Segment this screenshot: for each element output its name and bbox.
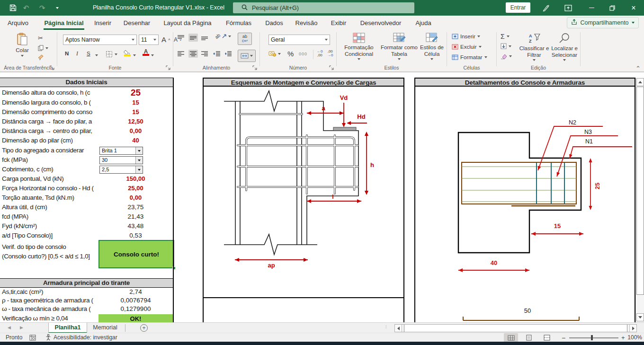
paste-button[interactable]: Colar: [11, 33, 33, 57]
align-left-icon[interactable]: [177, 51, 185, 57]
align-center-icon[interactable]: [188, 50, 198, 58]
view-page-layout-icon[interactable]: [522, 333, 536, 342]
ribbon-display-options-icon[interactable]: [558, 0, 579, 16]
find-select-button[interactable]: Localizar e Selecionar: [550, 33, 579, 61]
save-icon[interactable]: [7, 0, 19, 16]
borders-button[interactable]: [106, 51, 117, 58]
tab-desenvolvedor[interactable]: Desenvolvedor: [357, 18, 404, 28]
tab-exibir[interactable]: Exibir: [328, 18, 349, 28]
verif-ok-cell[interactable]: OK!: [98, 314, 173, 322]
section-header-armadura[interactable]: Armadura principal do tirante: [0, 278, 173, 288]
clear-button[interactable]: [501, 53, 512, 59]
cell-value[interactable]: 25,00: [98, 184, 173, 193]
ink-pen-icon[interactable]: [536, 0, 556, 16]
tab-inserir[interactable]: Inserir: [92, 18, 114, 28]
number-format-combo[interactable]: Geral: [268, 35, 330, 45]
chevron-down-icon[interactable]: [133, 54, 136, 56]
percent-style-button[interactable]: %: [287, 50, 294, 58]
cell-value[interactable]: 0,00: [98, 126, 173, 136]
zoom-out-button[interactable]: −: [562, 334, 565, 342]
sign-in-button[interactable]: Entrar: [506, 2, 530, 13]
verif-result-cell[interactable]: Consolo curto!: [98, 240, 174, 268]
tab-arquivo[interactable]: Arquivo: [7, 18, 29, 28]
copy-button[interactable]: [38, 45, 48, 51]
restore-button[interactable]: [602, 0, 623, 16]
align-bottom-icon[interactable]: [201, 35, 208, 41]
share-button[interactable]: Compartilhamento: [567, 17, 639, 28]
sheet-nav-next-icon[interactable]: ▶: [20, 325, 23, 330]
tab-formulas[interactable]: Fórmulas: [224, 18, 254, 28]
increase-font-button[interactable]: A˄: [161, 35, 170, 44]
increase-indent-icon[interactable]: [224, 51, 232, 57]
cell-value[interactable]: 150,00: [98, 174, 173, 184]
sheet-tab-planilha1[interactable]: Planilha1: [48, 323, 87, 333]
scrollbar-thumb[interactable]: [636, 87, 644, 295]
dropdown-arrow-icon[interactable]: [135, 157, 143, 164]
zoom-slider-track[interactable]: [569, 337, 618, 338]
autosum-button[interactable]: Σ: [501, 33, 510, 40]
tab-ajuda[interactable]: Ajuda: [413, 18, 434, 28]
scroll-down-icon[interactable]: [636, 313, 644, 321]
comma-style-button[interactable]: 000: [299, 52, 307, 56]
customize-quick-access-icon[interactable]: [52, 0, 63, 16]
new-sheet-icon[interactable]: +: [140, 324, 148, 332]
chevron-down-icon[interactable]: [95, 54, 98, 56]
format-cells-button[interactable]: Formatar: [452, 54, 487, 60]
zoom-level[interactable]: 100%: [627, 334, 642, 341]
font-size-combo[interactable]: 11: [139, 35, 159, 45]
orientation-button[interactable]: ab: [215, 34, 231, 39]
search-bar[interactable]: [233, 2, 414, 13]
tab-pagina-inicial[interactable]: Página Inicial: [41, 18, 87, 28]
font-color-button[interactable]: A: [143, 49, 149, 56]
align-top-icon[interactable]: [177, 35, 185, 41]
scroll-left-icon[interactable]: [395, 325, 402, 332]
cell-value[interactable]: 2,74: [98, 288, 173, 296]
vertical-scrollbar[interactable]: [635, 78, 644, 322]
zoom-in-button[interactable]: +: [621, 334, 625, 341]
cell-value[interactable]: 15: [98, 107, 173, 117]
scrollbar-thumb[interactable]: [404, 325, 627, 332]
cell-value[interactable]: 25: [98, 87, 173, 98]
zoom-slider-thumb[interactable]: [591, 335, 593, 340]
search-input[interactable]: [252, 5, 394, 11]
view-page-break-icon[interactable]: [540, 333, 554, 342]
delete-cells-button[interactable]: Excluir: [452, 44, 482, 50]
cell-value[interactable]: 0,0076794: [98, 296, 173, 305]
format-as-table-button[interactable]: Formatar como Tabela: [380, 33, 418, 60]
cell-value[interactable]: 0,00: [98, 193, 173, 203]
scroll-right-icon[interactable]: [629, 325, 636, 332]
conditional-formatting-button[interactable]: Formatação Condicional: [339, 33, 379, 60]
cell-value[interactable]: 15: [98, 98, 173, 107]
bold-button[interactable]: N: [65, 51, 69, 56]
align-middle-icon[interactable]: [188, 34, 198, 42]
decrease-indent-icon[interactable]: [213, 51, 221, 57]
sort-filter-button[interactable]: AZ Classificar e Filtrar: [519, 33, 550, 61]
chevron-down-icon[interactable]: [151, 54, 154, 56]
view-normal-icon[interactable]: [504, 333, 518, 342]
fill-color-button[interactable]: [124, 50, 131, 56]
accounting-format-button[interactable]: [268, 51, 281, 57]
dropdown-arrow-icon[interactable]: [135, 147, 143, 154]
aggregate-dropdown[interactable]: Brita 1: [99, 147, 143, 155]
decrease-decimal-button[interactable]: ,00→0: [327, 50, 333, 57]
cell-value[interactable]: 40: [98, 136, 173, 145]
cut-button[interactable]: ✂: [38, 35, 43, 42]
tab-revisao[interactable]: Revisão: [294, 18, 319, 28]
cell-value[interactable]: 21,43: [98, 212, 173, 221]
horizontal-scrollbar[interactable]: [394, 324, 637, 332]
section-header-dados[interactable]: Dados Iniciais: [0, 78, 173, 87]
tab-layout-pagina[interactable]: Layout da Página: [161, 18, 214, 28]
fill-button[interactable]: [501, 43, 511, 49]
cell-value[interactable]: 0,1279900: [98, 305, 173, 313]
cell-value[interactable]: 0,53: [98, 231, 173, 240]
sheet-nav-prev-icon[interactable]: ◀: [8, 325, 11, 330]
cobrimento-dropdown[interactable]: 2,5: [99, 166, 143, 174]
tab-desenhar[interactable]: Desenhar: [122, 18, 152, 28]
scrollbar-splitter[interactable]: ⁞: [385, 325, 387, 329]
wrap-text-button[interactable]: ab c↩: [238, 33, 252, 45]
font-family-combo[interactable]: Aptos Narrow: [63, 35, 137, 45]
scroll-up-icon[interactable]: [636, 78, 644, 86]
minimize-button[interactable]: [581, 0, 602, 16]
macro-record-icon[interactable]: [29, 335, 36, 342]
dropdown-arrow-icon[interactable]: [135, 166, 143, 173]
